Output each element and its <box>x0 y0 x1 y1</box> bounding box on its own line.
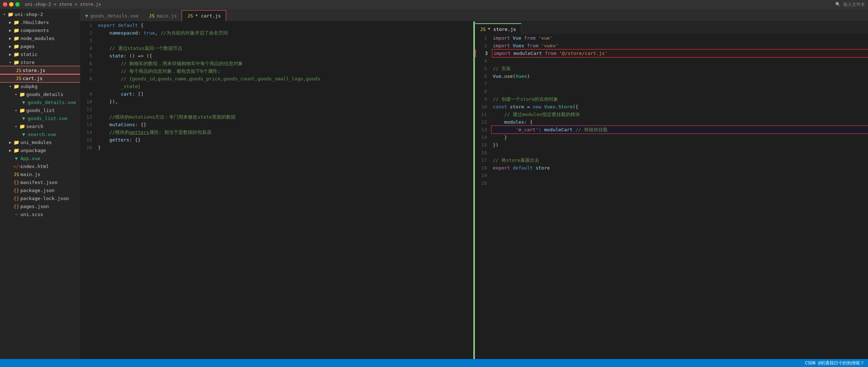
sidebar-item-manifest-json[interactable]: ▶ {} manifest.json <box>0 178 80 186</box>
code-line: 12 modules: { <box>475 118 868 126</box>
code-line: 8 // {goods_id,goods_name,goods_price,go… <box>80 75 473 83</box>
line-number: 9 <box>80 90 96 98</box>
code-line: 8 <box>475 88 868 95</box>
code-line: 16 } <box>80 144 473 151</box>
sidebar-item-components[interactable]: ▶ 📁 components <box>0 26 80 34</box>
line-number: 4 <box>80 44 96 52</box>
code-line: 7 // 每个商品的信息对象，都包含如下6个属性: <box>80 67 473 75</box>
code-line: 6 // 购物车的数组，用来存储购物车中每个商品的信息对象 <box>80 60 473 67</box>
sidebar-item-subpkg[interactable]: ▾ 📁 subpkg <box>0 82 80 90</box>
sidebar-item-pages[interactable]: ▶ 📁 pages <box>0 42 80 50</box>
line-number: 2 <box>80 29 96 37</box>
line-number <box>80 83 96 90</box>
code-line: 14 } <box>475 133 868 141</box>
sidebar-item-cart-js[interactable]: JS cart.js <box>0 74 80 82</box>
sidebar-root[interactable]: ▾ 📁 uni-shop-2 <box>0 10 80 18</box>
split-editor: 1 export default { 2 namespaced: true, /… <box>80 21 868 359</box>
editor-area: ▼ goods_details.vue JS main.js JS * cart… <box>80 9 868 359</box>
js-icon: JS <box>13 172 20 177</box>
sidebar-item-goods-details-vue[interactable]: ▼ goods_details.vue <box>0 98 80 106</box>
code-line: 1 import Vue from 'vue' <box>475 34 868 42</box>
sidebar-item-label: static <box>20 52 38 57</box>
tab-label: goods_details.vue <box>90 13 139 19</box>
line-content <box>492 149 868 156</box>
code-line: 4 <box>475 57 868 65</box>
left-code-editor[interactable]: 1 export default { 2 namespaced: true, /… <box>80 21 473 359</box>
line-number: 12 <box>475 118 492 126</box>
folder-icon: 📁 <box>13 148 20 153</box>
line-number: 3 <box>476 49 492 57</box>
right-code-editor[interactable]: 1 import Vue from 'vue' 2 import Vuex fr… <box>475 34 868 359</box>
sidebar-item-label: store <box>20 60 35 65</box>
line-content: _state} <box>96 83 473 90</box>
right-pane: JS * store.js 1 import Vue from 'vue' 2 … <box>475 21 868 359</box>
line-content: getters: {} <box>96 136 473 144</box>
sidebar: ▾ 📁 uni-shop-2 ▶ 📁 .hbuilderx ▶ 📁 compon… <box>0 9 80 359</box>
sidebar-item-label: components <box>20 28 49 33</box>
sidebar-item-search-vue[interactable]: ▼ search.vue <box>0 130 80 138</box>
code-line: 7 <box>475 80 868 88</box>
json-icon: {} <box>13 196 20 201</box>
sidebar-item-uni-modules[interactable]: ▶ 📁 uni_modules <box>0 138 80 146</box>
sidebar-item-package-lock-json[interactable]: ▶ {} package-lock.json <box>0 194 80 202</box>
line-content: Vue.use(Vuex) <box>492 72 868 80</box>
sidebar-item-label: cart.js <box>23 76 43 81</box>
tab-label: main.js <box>157 13 177 19</box>
minimize-button[interactable] <box>9 2 13 7</box>
line-number: 11 <box>80 105 96 113</box>
sidebar-item-node-modules[interactable]: ▶ 📁 node_modules <box>0 34 80 42</box>
sidebar-item-goods-details[interactable]: ▾ 📁 goods_details <box>0 90 80 98</box>
sidebar-item-static[interactable]: ▶ 📁 static <box>0 50 80 58</box>
json-icon: {} <box>13 188 20 193</box>
js-icon: JS <box>480 27 486 32</box>
code-line: 11 // 通过modules指定要挂载的模块 <box>475 111 868 118</box>
code-line: 16 <box>475 149 868 156</box>
sidebar-item-store-js[interactable]: JS store.js <box>0 66 80 74</box>
code-line: 10 }), <box>80 98 473 105</box>
folder-icon: 📁 <box>13 44 20 49</box>
code-line: 9 // 创建一个store的实例对象 <box>475 95 868 103</box>
sidebar-item-unpackage[interactable]: ▶ 📁 unpackage <box>0 146 80 154</box>
line-number: 19 <box>475 172 492 179</box>
sidebar-item-hbuilderx[interactable]: ▶ 📁 .hbuilderx <box>0 18 80 26</box>
tab-main-js[interactable]: JS main.js <box>144 10 182 21</box>
line-content: namespaced: true, //为当前的对象开启了命名空间 <box>96 29 473 37</box>
maximize-button[interactable] <box>15 2 20 7</box>
tab-store-js[interactable]: JS * store.js <box>475 23 522 34</box>
sidebar-item-search[interactable]: ▾ 📁 search <box>0 122 80 130</box>
search-input[interactable]: 🔍 输入文件名 <box>835 1 865 8</box>
sidebar-item-app-vue[interactable]: ▶ ▼ App.vue <box>0 154 80 162</box>
line-number: 3 <box>80 37 96 44</box>
line-content: // 通过modules指定要挂载的模块 <box>492 111 868 118</box>
sidebar-item-uni-scss[interactable]: ▶ ~ uni.scss <box>0 210 80 218</box>
folder-icon: 📁 <box>13 84 20 89</box>
line-content: import Vuex from 'vuex' <box>492 42 868 49</box>
sidebar-item-main-js[interactable]: ▶ JS main.js <box>0 170 80 178</box>
right-pane-tab-bar: JS * store.js <box>475 21 868 34</box>
code-line: 15 getters: {} <box>80 136 473 144</box>
window-controls[interactable] <box>3 2 20 7</box>
sidebar-item-store[interactable]: ▾ 📁 store <box>0 58 80 66</box>
sidebar-item-label: node_modules <box>20 36 55 41</box>
line-number: 16 <box>475 149 492 156</box>
sidebar-item-label: goods_details.vue <box>28 100 76 105</box>
sidebar-item-index-html[interactable]: ▶ </> index.html <box>0 162 80 170</box>
close-button[interactable] <box>3 2 7 7</box>
line-content: // 创建一个store的实例对象 <box>492 95 868 103</box>
tab-goods-details-vue[interactable]: ▼ goods_details.vue <box>80 10 144 21</box>
sidebar-item-goods-list-vue[interactable]: ▼ goods_list.vue <box>0 114 80 122</box>
sidebar-item-label: App.vue <box>20 156 40 161</box>
line-content: }), <box>96 98 473 105</box>
sidebar-item-package-json[interactable]: ▶ {} package.json <box>0 186 80 194</box>
tab-cart-js[interactable]: JS * cart.js <box>182 10 226 21</box>
code-line: 4 // 通过status返回一个数据节点 <box>80 44 473 52</box>
tab-label: * cart.js <box>195 13 221 19</box>
sidebar-item-pages-json[interactable]: ▶ {} pages.json <box>0 202 80 210</box>
line-number: 13 <box>80 121 96 128</box>
code-line: 9 cart: [] <box>80 90 473 98</box>
sidebar-item-goods-list[interactable]: ▾ 📁 goods_list <box>0 106 80 114</box>
line-number: 1 <box>475 34 492 42</box>
line-number: 14 <box>80 128 96 136</box>
line-number: 17 <box>475 156 492 164</box>
line-content <box>492 57 868 65</box>
